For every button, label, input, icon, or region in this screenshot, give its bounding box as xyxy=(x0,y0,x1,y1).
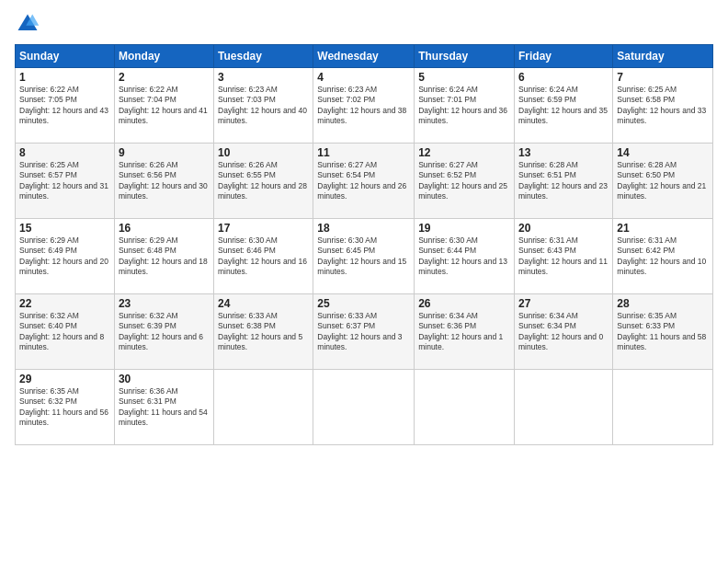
calendar-day-cell: 19Sunrise: 6:30 AMSunset: 6:44 PMDayligh… xyxy=(415,219,515,294)
day-number: 14 xyxy=(617,146,709,159)
calendar-day-cell: 5Sunrise: 6:24 AMSunset: 7:01 PMDaylight… xyxy=(415,68,515,144)
calendar-day-cell: 2Sunrise: 6:22 AMSunset: 7:04 PMDaylight… xyxy=(114,68,213,144)
day-number: 8 xyxy=(19,146,110,159)
weekday-header-tuesday: Tuesday xyxy=(214,45,313,68)
calendar-day-cell: 10Sunrise: 6:26 AMSunset: 6:55 PMDayligh… xyxy=(214,144,313,219)
calendar-day-cell: 9Sunrise: 6:26 AMSunset: 6:56 PMDaylight… xyxy=(114,144,213,219)
calendar-day-cell: 16Sunrise: 6:29 AMSunset: 6:48 PMDayligh… xyxy=(114,219,213,294)
calendar-day-cell: 12Sunrise: 6:27 AMSunset: 6:52 PMDayligh… xyxy=(415,144,515,219)
day-info: Sunrise: 6:35 AMSunset: 6:32 PMDaylight:… xyxy=(19,386,110,429)
logo xyxy=(15,11,44,37)
weekday-header-row: SundayMondayTuesdayWednesdayThursdayFrid… xyxy=(16,45,713,68)
calendar-day-cell: 22Sunrise: 6:32 AMSunset: 6:40 PMDayligh… xyxy=(16,294,115,370)
day-info: Sunrise: 6:30 AMSunset: 6:45 PMDaylight:… xyxy=(317,236,410,278)
day-info: Sunrise: 6:28 AMSunset: 6:50 PMDaylight:… xyxy=(617,160,709,202)
day-info: Sunrise: 6:32 AMSunset: 6:40 PMDaylight:… xyxy=(19,311,110,353)
calendar-day-cell xyxy=(515,370,613,445)
day-info: Sunrise: 6:30 AMSunset: 6:44 PMDaylight:… xyxy=(418,236,510,278)
day-number: 25 xyxy=(317,297,410,310)
day-number: 13 xyxy=(518,146,609,159)
day-info: Sunrise: 6:23 AMSunset: 7:03 PMDaylight:… xyxy=(218,85,309,127)
day-number: 23 xyxy=(119,297,210,310)
calendar-day-cell: 6Sunrise: 6:24 AMSunset: 6:59 PMDaylight… xyxy=(515,68,613,144)
day-number: 30 xyxy=(119,373,210,385)
day-number: 6 xyxy=(518,71,609,84)
calendar-week-row: 8Sunrise: 6:25 AMSunset: 6:57 PMDaylight… xyxy=(16,144,713,219)
day-number: 3 xyxy=(218,71,309,84)
day-number: 16 xyxy=(119,222,210,235)
calendar-day-cell: 11Sunrise: 6:27 AMSunset: 6:54 PMDayligh… xyxy=(313,144,415,219)
calendar-day-cell: 15Sunrise: 6:29 AMSunset: 6:49 PMDayligh… xyxy=(16,219,115,294)
day-number: 7 xyxy=(617,71,709,84)
day-info: Sunrise: 6:33 AMSunset: 6:37 PMDaylight:… xyxy=(317,311,410,353)
day-number: 24 xyxy=(218,297,309,310)
day-info: Sunrise: 6:31 AMSunset: 6:42 PMDaylight:… xyxy=(617,236,709,278)
day-info: Sunrise: 6:27 AMSunset: 6:52 PMDaylight:… xyxy=(418,160,510,202)
calendar-day-cell: 24Sunrise: 6:33 AMSunset: 6:38 PMDayligh… xyxy=(214,294,313,370)
day-number: 10 xyxy=(218,146,309,159)
calendar-day-cell: 25Sunrise: 6:33 AMSunset: 6:37 PMDayligh… xyxy=(313,294,415,370)
day-number: 4 xyxy=(317,71,410,84)
calendar-day-cell: 13Sunrise: 6:28 AMSunset: 6:51 PMDayligh… xyxy=(515,144,613,219)
calendar-day-cell: 3Sunrise: 6:23 AMSunset: 7:03 PMDaylight… xyxy=(214,68,313,144)
day-info: Sunrise: 6:32 AMSunset: 6:39 PMDaylight:… xyxy=(119,311,210,353)
day-info: Sunrise: 6:34 AMSunset: 6:34 PMDaylight:… xyxy=(518,311,609,353)
calendar-day-cell: 8Sunrise: 6:25 AMSunset: 6:57 PMDaylight… xyxy=(16,144,115,219)
calendar-table: SundayMondayTuesdayWednesdayThursdayFrid… xyxy=(15,44,713,445)
logo-icon xyxy=(15,11,40,37)
weekday-header-sunday: Sunday xyxy=(16,45,115,68)
calendar-day-cell: 23Sunrise: 6:32 AMSunset: 6:39 PMDayligh… xyxy=(114,294,213,370)
day-number: 1 xyxy=(19,71,110,84)
calendar-day-cell: 14Sunrise: 6:28 AMSunset: 6:50 PMDayligh… xyxy=(613,144,713,219)
day-info: Sunrise: 6:30 AMSunset: 6:46 PMDaylight:… xyxy=(218,236,309,278)
day-info: Sunrise: 6:26 AMSunset: 6:55 PMDaylight:… xyxy=(218,160,309,202)
calendar-day-cell xyxy=(214,370,313,445)
calendar-week-row: 1Sunrise: 6:22 AMSunset: 7:05 PMDaylight… xyxy=(16,68,713,144)
day-info: Sunrise: 6:28 AMSunset: 6:51 PMDaylight:… xyxy=(518,160,609,202)
calendar-day-cell: 28Sunrise: 6:35 AMSunset: 6:33 PMDayligh… xyxy=(613,294,713,370)
day-number: 19 xyxy=(418,222,510,235)
day-number: 27 xyxy=(518,297,609,310)
day-info: Sunrise: 6:25 AMSunset: 6:57 PMDaylight:… xyxy=(19,160,110,202)
calendar-day-cell: 4Sunrise: 6:23 AMSunset: 7:02 PMDaylight… xyxy=(313,68,415,144)
weekday-header-saturday: Saturday xyxy=(613,45,713,68)
day-info: Sunrise: 6:34 AMSunset: 6:36 PMDaylight:… xyxy=(418,311,510,353)
weekday-header-thursday: Thursday xyxy=(415,45,515,68)
calendar-week-row: 15Sunrise: 6:29 AMSunset: 6:49 PMDayligh… xyxy=(16,219,713,294)
calendar-day-cell: 30Sunrise: 6:36 AMSunset: 6:31 PMDayligh… xyxy=(114,370,213,445)
day-number: 26 xyxy=(418,297,510,310)
calendar-day-cell: 7Sunrise: 6:25 AMSunset: 6:58 PMDaylight… xyxy=(613,68,713,144)
calendar-day-cell: 21Sunrise: 6:31 AMSunset: 6:42 PMDayligh… xyxy=(613,219,713,294)
day-info: Sunrise: 6:27 AMSunset: 6:54 PMDaylight:… xyxy=(317,160,410,202)
day-info: Sunrise: 6:24 AMSunset: 6:59 PMDaylight:… xyxy=(518,85,609,127)
calendar-day-cell: 18Sunrise: 6:30 AMSunset: 6:45 PMDayligh… xyxy=(313,219,415,294)
day-number: 29 xyxy=(19,373,110,385)
day-info: Sunrise: 6:22 AMSunset: 7:04 PMDaylight:… xyxy=(119,85,210,127)
day-number: 28 xyxy=(617,297,709,310)
day-number: 18 xyxy=(317,222,410,235)
weekday-header-friday: Friday xyxy=(515,45,613,68)
day-number: 21 xyxy=(617,222,709,235)
calendar-day-cell: 20Sunrise: 6:31 AMSunset: 6:43 PMDayligh… xyxy=(515,219,613,294)
day-number: 12 xyxy=(418,146,510,159)
calendar-week-row: 29Sunrise: 6:35 AMSunset: 6:32 PMDayligh… xyxy=(16,370,713,445)
day-info: Sunrise: 6:26 AMSunset: 6:56 PMDaylight:… xyxy=(119,160,210,202)
day-number: 22 xyxy=(19,297,110,310)
day-number: 20 xyxy=(518,222,609,235)
day-info: Sunrise: 6:36 AMSunset: 6:31 PMDaylight:… xyxy=(119,386,210,429)
day-number: 11 xyxy=(317,146,410,159)
header xyxy=(15,11,713,37)
calendar-day-cell xyxy=(613,370,713,445)
day-info: Sunrise: 6:25 AMSunset: 6:58 PMDaylight:… xyxy=(617,85,709,127)
calendar-week-row: 22Sunrise: 6:32 AMSunset: 6:40 PMDayligh… xyxy=(16,294,713,370)
day-info: Sunrise: 6:31 AMSunset: 6:43 PMDaylight:… xyxy=(518,236,609,278)
calendar-day-cell: 29Sunrise: 6:35 AMSunset: 6:32 PMDayligh… xyxy=(16,370,115,445)
day-info: Sunrise: 6:29 AMSunset: 6:48 PMDaylight:… xyxy=(119,236,210,278)
calendar-day-cell: 27Sunrise: 6:34 AMSunset: 6:34 PMDayligh… xyxy=(515,294,613,370)
day-number: 17 xyxy=(218,222,309,235)
calendar-day-cell xyxy=(415,370,515,445)
day-number: 2 xyxy=(119,71,210,84)
day-info: Sunrise: 6:33 AMSunset: 6:38 PMDaylight:… xyxy=(218,311,309,353)
calendar-day-cell: 17Sunrise: 6:30 AMSunset: 6:46 PMDayligh… xyxy=(214,219,313,294)
day-number: 9 xyxy=(119,146,210,159)
